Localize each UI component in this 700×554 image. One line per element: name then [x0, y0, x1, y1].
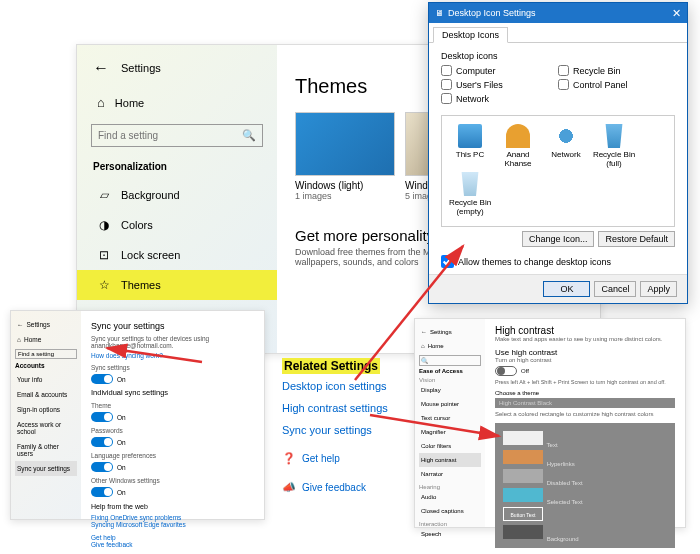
- check-computer[interactable]: Computer: [441, 65, 558, 76]
- icon-preview-pane[interactable]: This PC Anand Khanse Network Recycle Bin…: [441, 115, 675, 227]
- sync-toggle[interactable]: [91, 374, 113, 384]
- dialog-titlebar[interactable]: 🖥Desktop Icon Settings ✕: [429, 3, 687, 23]
- settings-sidebar: ← Settings ⌂ Home 🔍 Personalization ▱Bac…: [77, 45, 277, 353]
- theme-card[interactable]: Windows (light) 1 images: [295, 112, 395, 201]
- give-feedback-link[interactable]: 📣Give feedback: [282, 481, 388, 494]
- side-family[interactable]: Family & other users: [15, 439, 77, 461]
- search-input[interactable]: Find a setting: [15, 349, 77, 359]
- home-nav[interactable]: ⌂ Home: [419, 339, 481, 353]
- give-feedback-link[interactable]: Give feedback: [91, 541, 133, 548]
- side-color-filters[interactable]: Color filters: [419, 439, 481, 453]
- sync-settings-window: ← Settings ⌂ Home Find a setting Account…: [10, 310, 265, 520]
- home-nav[interactable]: ⌂ Home: [15, 332, 77, 347]
- home-icon: ⌂: [97, 95, 105, 110]
- side-display[interactable]: Display: [419, 383, 481, 397]
- side-mouse-pointer[interactable]: Mouse pointer: [419, 397, 481, 411]
- nav-themes[interactable]: ☆Themes: [77, 270, 277, 300]
- theme-dropdown[interactable]: High Contrast Black: [495, 398, 675, 408]
- check-network[interactable]: Network: [441, 93, 558, 104]
- swatch-hyperlinks[interactable]: [503, 450, 543, 464]
- tab-desktop-icons[interactable]: Desktop Icons: [433, 27, 508, 43]
- back-button[interactable]: ← Settings: [419, 325, 481, 339]
- hc-preview: Text Hyperlinks Disabled Text Selected T…: [495, 423, 675, 548]
- allow-themes-checkbox[interactable]: Allow themes to change desktop icons: [441, 255, 675, 268]
- search-input[interactable]: 🔍: [419, 355, 481, 366]
- side-work[interactable]: Access work or school: [15, 417, 77, 439]
- side-text-cursor[interactable]: Text cursor: [419, 411, 481, 425]
- other-toggle[interactable]: [91, 487, 113, 497]
- picture-icon: ▱: [97, 188, 111, 202]
- side-sync[interactable]: Sync your settings: [15, 461, 77, 476]
- search-icon: 🔍: [242, 129, 256, 142]
- side-narrator[interactable]: Narrator: [419, 467, 481, 481]
- related-heading: Related Settings: [282, 358, 380, 374]
- passwords-toggle[interactable]: [91, 437, 113, 447]
- swatch-selected[interactable]: [503, 488, 543, 502]
- home-nav[interactable]: ⌂ Home: [77, 87, 277, 118]
- group-label: Desktop icons: [441, 51, 675, 61]
- icon-recycle-empty[interactable]: Recycle Bin (empty): [446, 172, 494, 218]
- search-input[interactable]: [98, 130, 242, 141]
- related-links-column: Related Settings Desktop icon settings H…: [282, 358, 388, 494]
- back-button[interactable]: ← Settings: [15, 317, 77, 332]
- icon-this-pc[interactable]: This PC: [446, 124, 494, 170]
- check-users-files[interactable]: User's Files: [441, 79, 558, 90]
- side-your-info[interactable]: Your info: [15, 372, 77, 387]
- sync-sidebar: ← Settings ⌂ Home Find a setting Account…: [11, 311, 81, 519]
- dialog-icon: 🖥: [435, 8, 444, 18]
- feedback-icon: 📣: [282, 481, 296, 494]
- colors-icon: ◑: [97, 218, 111, 232]
- side-captions[interactable]: Closed captions: [419, 504, 481, 518]
- side-high-contrast[interactable]: High contrast: [419, 453, 481, 467]
- check-control-panel[interactable]: Control Panel: [558, 79, 675, 90]
- themes-icon: ☆: [97, 278, 111, 292]
- help-icon: ❓: [282, 452, 296, 465]
- side-signin[interactable]: Sign-in options: [15, 402, 77, 417]
- sync-title: Sync your settings: [91, 321, 254, 331]
- ok-button[interactable]: OK: [543, 281, 590, 297]
- category-label: Personalization: [77, 153, 277, 180]
- restore-default-button[interactable]: Restore Default: [598, 231, 675, 247]
- close-icon[interactable]: ✕: [672, 7, 681, 20]
- change-icon-button[interactable]: Change Icon...: [522, 231, 595, 247]
- hc-sidebar: ← Settings ⌂ Home 🔍 Ease of Access Visio…: [415, 319, 485, 527]
- apply-button[interactable]: Apply: [640, 281, 677, 297]
- how-syncing-works-link[interactable]: How does syncing work?: [91, 352, 254, 359]
- side-magnifier[interactable]: Magnifier: [419, 425, 481, 439]
- side-speech[interactable]: Speech: [419, 527, 481, 541]
- link-desktop-icon-settings[interactable]: Desktop icon settings: [282, 380, 388, 392]
- hc-toggle[interactable]: [495, 366, 517, 376]
- lang-toggle[interactable]: [91, 462, 113, 472]
- high-contrast-window: ← Settings ⌂ Home 🔍 Ease of Access Visio…: [414, 318, 686, 528]
- nav-colors[interactable]: ◑Colors: [77, 210, 277, 240]
- help-link-onedrive[interactable]: Fixing OneDrive sync problems: [91, 514, 254, 521]
- lock-icon: ⊡: [97, 248, 111, 262]
- nav-background[interactable]: ▱Background: [77, 180, 277, 210]
- swatch-disabled[interactable]: [503, 469, 543, 483]
- back-button[interactable]: ←: [93, 59, 109, 77]
- icon-user[interactable]: Anand Khanse: [494, 124, 542, 170]
- theme-thumbnail: [295, 112, 395, 176]
- swatch-background[interactable]: [503, 525, 543, 539]
- app-title: Settings: [121, 62, 161, 74]
- icon-network[interactable]: Network: [542, 124, 590, 170]
- swatch-text[interactable]: [503, 431, 543, 445]
- icon-recycle-full[interactable]: Recycle Bin (full): [590, 124, 638, 170]
- swatch-button[interactable]: Button Text: [503, 507, 543, 521]
- link-sync-your-settings[interactable]: Sync your settings: [282, 424, 388, 436]
- theme-toggle[interactable]: [91, 412, 113, 422]
- desktop-icon-settings-dialog: 🖥Desktop Icon Settings ✕ Desktop Icons D…: [428, 2, 688, 304]
- help-link-edge[interactable]: Syncing Microsoft Edge favorites: [91, 521, 254, 528]
- side-audio[interactable]: Audio: [419, 490, 481, 504]
- search-box[interactable]: 🔍: [91, 124, 263, 147]
- check-recycle-bin[interactable]: Recycle Bin: [558, 65, 675, 76]
- cancel-button[interactable]: Cancel: [594, 281, 636, 297]
- hc-title: High contrast: [495, 325, 675, 336]
- get-help-link[interactable]: Get help: [91, 534, 116, 541]
- side-email[interactable]: Email & accounts: [15, 387, 77, 402]
- get-help-link[interactable]: ❓Get help: [282, 452, 388, 465]
- nav-lockscreen[interactable]: ⊡Lock screen: [77, 240, 277, 270]
- link-high-contrast-settings[interactable]: High contrast settings: [282, 402, 388, 414]
